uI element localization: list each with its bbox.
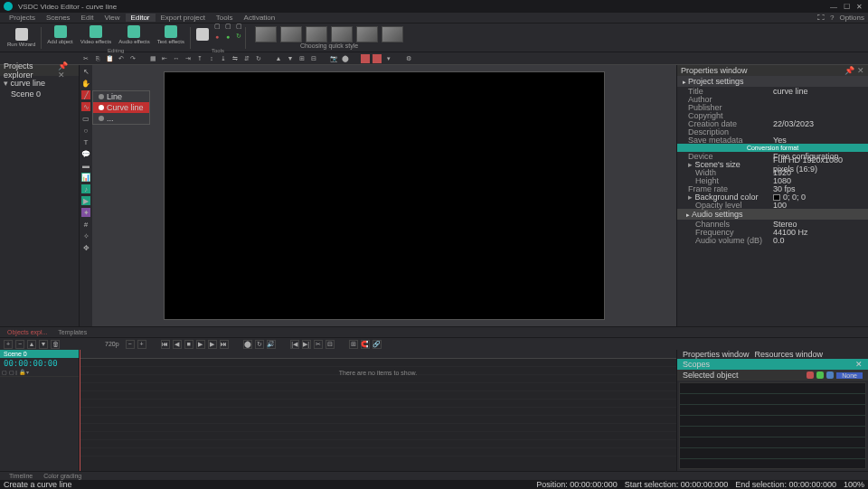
submenu-curve-line[interactable]: Curve line (93, 102, 149, 113)
ellipse-tool-icon[interactable]: ○ (81, 126, 90, 135)
tb-align-l[interactable]: ⇤ (160, 54, 169, 63)
line-tool-icon[interactable]: ╱ (81, 90, 90, 99)
tb-flip-v[interactable]: ⇵ (242, 54, 251, 63)
tb-align-r[interactable]: ⇥ (184, 54, 193, 63)
properties-close-icon[interactable]: 📌 ✕ (844, 66, 864, 75)
tb-settings[interactable]: ⚙ (404, 54, 413, 63)
tp-split[interactable]: ⊟ (326, 340, 335, 349)
style-thumb-3[interactable] (306, 26, 327, 42)
tool-e[interactable]: ● (223, 32, 232, 41)
menu-edit[interactable]: Edit (76, 14, 99, 22)
counter-tool-icon[interactable]: # (81, 220, 90, 229)
tb-paste[interactable]: 📋 (105, 54, 114, 63)
tp-add[interactable]: + (4, 340, 13, 349)
tb-grid[interactable]: ▦ (148, 54, 157, 63)
scene-label[interactable]: Scene 0 (0, 350, 79, 358)
sprite-tool-icon[interactable]: ✦ (81, 208, 90, 217)
menu-scenes[interactable]: Scenes (41, 14, 76, 22)
chart-tool-icon[interactable]: 📊 (81, 173, 90, 182)
tp-link[interactable]: 🔗 (373, 340, 382, 349)
tb-align-c[interactable]: ↔ (172, 54, 181, 63)
tp-del[interactable]: 🗑 (51, 340, 60, 349)
text-effects-button[interactable]: Text effects (154, 22, 188, 47)
hand-icon[interactable]: ✋ (81, 79, 90, 88)
pen-tool-button[interactable] (193, 22, 212, 47)
cursor-icon[interactable]: ↖ (81, 67, 90, 76)
tb-cut[interactable]: ✂ (81, 54, 90, 63)
tb-align-b[interactable]: ⤓ (219, 54, 228, 63)
project-settings-header[interactable]: ▸ Project settings (677, 76, 868, 87)
prop-volume-value[interactable]: 0.0 (773, 236, 863, 245)
style-thumb-1[interactable] (255, 26, 277, 42)
prop-date-value[interactable]: 22/03/2023 (773, 119, 863, 128)
timeline-ruler[interactable] (80, 350, 676, 359)
tab-objects[interactable]: Objects expl... (4, 329, 51, 335)
scope-none[interactable]: None (836, 372, 863, 379)
tab-color-grading[interactable]: Color grading (38, 473, 87, 479)
tp-end[interactable]: ⏭ (220, 340, 229, 349)
run-wizard-button[interactable]: Run Wizard (4, 25, 39, 51)
audio-settings-header[interactable]: ▸ Audio settings (677, 209, 868, 220)
tool-c[interactable]: ▢ (234, 22, 243, 31)
tab-resources[interactable]: Resources window (755, 350, 824, 359)
tb-red2[interactable] (373, 54, 382, 63)
tab-templates[interactable]: Templates (54, 329, 90, 335)
style-thumb-4[interactable] (331, 26, 353, 42)
submenu-line[interactable]: Line (93, 91, 149, 102)
tp-up[interactable]: ▲ (27, 340, 36, 349)
tree-scene[interactable]: Scene 0 (4, 89, 75, 99)
tab-properties[interactable]: Properties window (683, 350, 750, 359)
tb-redo[interactable]: ↷ (128, 54, 137, 63)
tp-loop[interactable]: ↻ (255, 340, 264, 349)
tool-a[interactable]: ▢ (212, 22, 222, 31)
tb-red[interactable] (361, 54, 370, 63)
tp-play[interactable]: ▶ (196, 340, 205, 349)
preview-canvas[interactable] (164, 71, 605, 320)
menu-view[interactable]: View (99, 14, 125, 22)
tp-snap[interactable]: ⊞ (349, 340, 358, 349)
tp-magnet[interactable]: 🧲 (361, 340, 370, 349)
menu-projects[interactable]: Projects (4, 14, 41, 22)
tb-align-m[interactable]: ↕ (207, 54, 216, 63)
tp-marker-next[interactable]: ▶| (302, 340, 311, 349)
style-thumb-6[interactable] (382, 26, 403, 42)
tp-rec[interactable]: ⬤ (243, 340, 252, 349)
tp-marker-prev[interactable]: |◀ (290, 340, 299, 349)
tb-more[interactable]: ▾ (384, 54, 393, 63)
maximize-button[interactable]: ☐ (841, 2, 852, 11)
tb-back[interactable]: ▼ (286, 54, 295, 63)
tp-zoom-in[interactable]: + (137, 340, 146, 349)
scope-r-icon[interactable] (807, 371, 814, 379)
anim-tool-icon[interactable]: ✧ (81, 231, 90, 240)
add-object-button[interactable]: Add object (43, 22, 76, 47)
scopes-close-icon[interactable]: ✕ (855, 360, 863, 369)
timeline-tracks[interactable]: There are no items to show. (80, 359, 676, 462)
tp-next[interactable]: ▶ (208, 340, 217, 349)
move-tool-icon[interactable]: ✥ (81, 243, 90, 252)
tb-copy[interactable]: ⎘ (93, 54, 102, 63)
status-zoom[interactable]: 100% (844, 480, 864, 489)
prop-opacity-value[interactable]: 100 (773, 201, 863, 210)
tb-undo[interactable]: ↶ (117, 54, 126, 63)
options-link[interactable]: Options (839, 14, 864, 22)
tool-b[interactable]: ▢ (223, 22, 232, 31)
prop-metadata-value[interactable]: Yes (773, 136, 863, 145)
menu-tools[interactable]: Tools (211, 14, 239, 22)
tb-flip-h[interactable]: ⇋ (231, 54, 240, 63)
tb-camera[interactable]: 📷 (329, 54, 338, 63)
track-header-row[interactable]: ▢ ▢ | 🔒 ▾ (0, 369, 79, 377)
close-button[interactable]: ✕ (854, 2, 864, 11)
tool-f[interactable]: ↻ (234, 32, 243, 41)
tp-stop[interactable]: ■ (184, 340, 193, 349)
menu-export[interactable]: Export project (156, 14, 211, 22)
menu-activation[interactable]: Activation (239, 14, 281, 22)
resolution-select[interactable]: 720p (105, 341, 119, 347)
playhead[interactable] (80, 350, 80, 471)
curve-tool-icon[interactable]: ∿ (81, 102, 90, 111)
tp-sound[interactable]: 🔊 (267, 340, 276, 349)
tp-zoom-out[interactable]: − (126, 340, 135, 349)
tree-root[interactable]: ▾ curve line (4, 78, 75, 89)
tp-down[interactable]: ▼ (39, 340, 48, 349)
tp-start[interactable]: ⏮ (161, 340, 170, 349)
video-effects-button[interactable]: Video effects (77, 22, 115, 47)
